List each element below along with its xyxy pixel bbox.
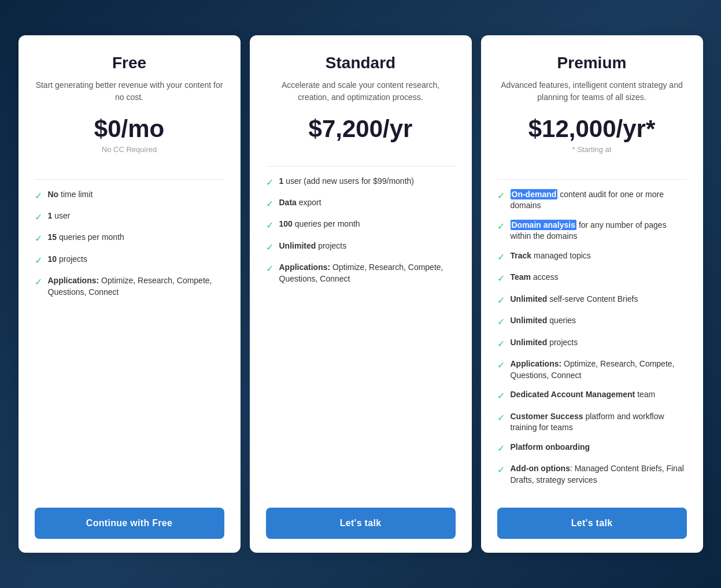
check-icon: ✓: [497, 442, 505, 455]
check-icon: ✓: [35, 276, 42, 289]
check-icon: ✓: [497, 220, 505, 233]
feature-item-free-0: ✓No time limit: [35, 189, 224, 202]
feature-text-free-4: Applications: Optimize, Research, Compet…: [48, 275, 224, 298]
feature-item-free-2: ✓15 queries per month: [35, 232, 224, 245]
feature-item-premium-10: ✓Platform onboarding: [497, 442, 687, 455]
feature-item-standard-2: ✓100 queries per month: [266, 219, 456, 232]
feature-text-standard-0: 1 user (add new users for $99/month): [279, 176, 414, 187]
check-icon: ✓: [35, 211, 42, 224]
check-icon: ✓: [497, 272, 505, 285]
features-list-free: ✓No time limit✓1 user✓15 queries per mon…: [35, 189, 224, 494]
plan-description-free: Start generating better revenue with you…: [35, 79, 224, 103]
feature-item-premium-11: ✓Add-on options: Managed Content Briefs,…: [497, 463, 687, 486]
divider-free: [35, 179, 224, 180]
feature-text-free-0: No time limit: [48, 189, 93, 201]
feature-item-free-1: ✓1 user: [35, 210, 224, 224]
feature-item-premium-3: ✓Team access: [497, 272, 687, 285]
check-icon: ✓: [497, 294, 505, 307]
check-icon: ✓: [266, 176, 273, 189]
check-icon: ✓: [497, 338, 505, 350]
divider-standard: [266, 166, 456, 167]
feature-item-free-3: ✓10 projects: [35, 254, 224, 267]
pricing-card-free: FreeStart generating better revenue with…: [19, 35, 241, 553]
feature-text-premium-4: Unlimited self-serve Content Briefs: [511, 294, 638, 305]
plan-price-standard: $7,200/yr: [266, 115, 456, 143]
feature-item-premium-5: ✓Unlimited queries: [497, 315, 687, 328]
features-list-standard: ✓1 user (add new users for $99/month)✓Da…: [266, 176, 456, 494]
feature-text-premium-3: Team access: [511, 272, 559, 283]
plan-name-free: Free: [35, 54, 224, 72]
plan-price-premium: $12,000/yr*: [497, 115, 687, 143]
check-icon: ✓: [35, 232, 42, 245]
feature-item-standard-0: ✓1 user (add new users for $99/month): [266, 176, 456, 189]
check-icon: ✓: [35, 254, 42, 267]
features-list-premium: ✓On-demand content audit for one or more…: [497, 189, 687, 494]
feature-item-premium-1: ✓Domain analysis for any number of pages…: [497, 220, 687, 242]
feature-item-premium-4: ✓Unlimited self-serve Content Briefs: [497, 294, 687, 307]
check-icon: ✓: [497, 190, 505, 202]
feature-item-premium-8: ✓Dedicated Account Management team: [497, 389, 687, 402]
feature-text-premium-0: On-demand content audit for one or more …: [511, 189, 687, 212]
cta-button-free[interactable]: Continue with Free: [35, 508, 224, 539]
feature-text-premium-1: Domain analysis for any number of pages …: [511, 220, 687, 242]
feature-text-premium-7: Applications: Optimize, Research, Compet…: [511, 358, 687, 381]
check-icon: ✓: [266, 262, 273, 275]
check-icon: ✓: [497, 251, 505, 264]
plan-name-standard: Standard: [266, 54, 456, 72]
pricing-card-premium: PremiumAdvanced features, intelligent co…: [481, 35, 703, 553]
feature-text-standard-2: 100 queries per month: [279, 219, 360, 230]
check-icon: ✓: [497, 359, 505, 372]
plan-price-sub-premium: * Starting at: [497, 145, 687, 154]
feature-item-premium-2: ✓Track managed topics: [497, 250, 687, 264]
cta-button-premium[interactable]: Let's talk: [497, 508, 687, 539]
feature-item-standard-4: ✓Applications: Optimize, Research, Compe…: [266, 262, 456, 284]
pricing-container: FreeStart generating better revenue with…: [14, 31, 708, 558]
feature-item-standard-1: ✓Data export: [266, 197, 456, 210]
check-icon: ✓: [497, 316, 505, 328]
feature-text-premium-6: Unlimited projects: [511, 337, 578, 349]
feature-text-free-3: 10 projects: [48, 254, 88, 265]
feature-text-standard-3: Unlimited projects: [279, 241, 347, 252]
plan-price-sub-free: No CC Required: [35, 145, 224, 154]
feature-item-premium-7: ✓Applications: Optimize, Research, Compe…: [497, 358, 687, 381]
check-icon: ✓: [35, 190, 42, 202]
check-icon: ✓: [497, 390, 505, 402]
feature-text-premium-9: Customer Success platform and workflow t…: [511, 411, 687, 434]
check-icon: ✓: [497, 464, 505, 476]
feature-text-standard-4: Applications: Optimize, Research, Compet…: [279, 262, 456, 284]
feature-text-premium-11: Add-on options: Managed Content Briefs, …: [511, 463, 687, 486]
plan-description-standard: Accelerate and scale your content resear…: [266, 79, 456, 103]
card-header-standard: StandardAccelerate and scale your conten…: [266, 54, 456, 145]
pricing-card-standard: StandardAccelerate and scale your conten…: [250, 35, 472, 553]
card-header-free: FreeStart generating better revenue with…: [35, 54, 224, 158]
feature-text-standard-1: Data export: [279, 197, 321, 209]
feature-item-premium-9: ✓Customer Success platform and workflow …: [497, 411, 687, 434]
check-icon: ✓: [266, 219, 273, 232]
feature-text-premium-5: Unlimited queries: [511, 315, 576, 327]
check-icon: ✓: [266, 241, 273, 254]
plan-price-free: $0/mo: [35, 115, 224, 143]
feature-item-premium-0: ✓On-demand content audit for one or more…: [497, 189, 687, 212]
feature-text-free-1: 1 user: [48, 210, 71, 222]
feature-item-premium-6: ✓Unlimited projects: [497, 337, 687, 350]
cta-button-standard[interactable]: Let's talk: [266, 508, 456, 539]
divider-premium: [497, 179, 687, 180]
feature-text-free-2: 15 queries per month: [48, 232, 124, 243]
feature-item-free-4: ✓Applications: Optimize, Research, Compe…: [35, 275, 224, 298]
card-header-premium: PremiumAdvanced features, intelligent co…: [497, 54, 687, 158]
plan-description-premium: Advanced features, intelligent content s…: [497, 79, 687, 103]
check-icon: ✓: [497, 412, 505, 424]
feature-text-premium-10: Platform onboarding: [511, 442, 590, 453]
check-icon: ✓: [266, 198, 273, 210]
feature-text-premium-8: Dedicated Account Management team: [511, 389, 656, 401]
plan-name-premium: Premium: [497, 54, 687, 72]
feature-text-premium-2: Track managed topics: [511, 250, 591, 262]
feature-item-standard-3: ✓Unlimited projects: [266, 241, 456, 254]
